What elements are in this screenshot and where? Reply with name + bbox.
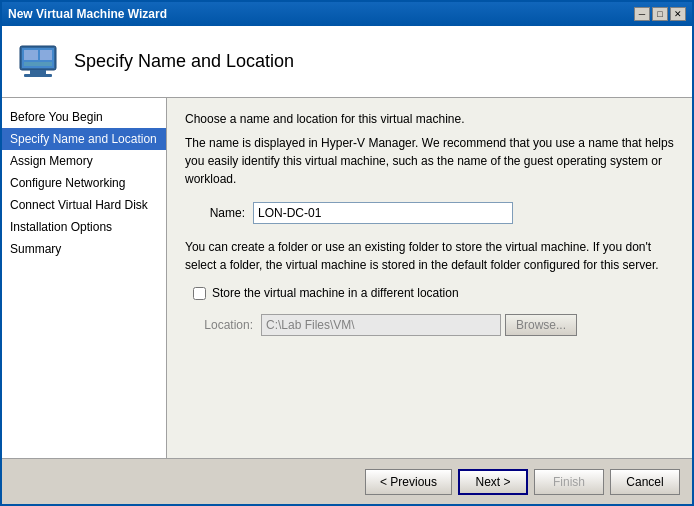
main-description: The name is displayed in Hyper-V Manager… <box>185 134 674 188</box>
svg-rect-6 <box>24 62 52 66</box>
cancel-button[interactable]: Cancel <box>610 469 680 495</box>
sidebar-item-specify-name[interactable]: Specify Name and Location <box>2 128 166 150</box>
sidebar-item-connect-vhd[interactable]: Connect Virtual Hard Disk <box>2 194 166 216</box>
name-label: Name: <box>185 206 245 220</box>
different-location-label: Store the virtual machine in a different… <box>212 286 459 300</box>
name-field-row: Name: <box>185 202 674 224</box>
previous-button[interactable]: < Previous <box>365 469 452 495</box>
sidebar-item-assign-memory[interactable]: Assign Memory <box>2 150 166 172</box>
sidebar-item-summary[interactable]: Summary <box>2 238 166 260</box>
body-area: Before You Begin Specify Name and Locati… <box>2 98 692 458</box>
minimize-button[interactable]: ─ <box>634 7 650 21</box>
location-label: Location: <box>193 318 253 332</box>
different-location-row: Store the virtual machine in a different… <box>193 286 674 300</box>
svg-rect-3 <box>24 74 52 77</box>
footer-area: < Previous Next > Finish Cancel <box>2 458 692 504</box>
svg-rect-4 <box>24 50 38 60</box>
main-content: Choose a name and location for this virt… <box>167 98 692 458</box>
sidebar-item-installation-options[interactable]: Installation Options <box>2 216 166 238</box>
svg-rect-5 <box>40 50 52 60</box>
title-bar-controls: ─ □ ✕ <box>634 7 686 21</box>
browse-button[interactable]: Browse... <box>505 314 577 336</box>
svg-rect-2 <box>30 70 46 74</box>
wizard-icon <box>14 38 62 86</box>
location-input <box>261 314 501 336</box>
header-title: Specify Name and Location <box>74 51 294 72</box>
header-area: Specify Name and Location <box>2 26 692 98</box>
title-bar: New Virtual Machine Wizard ─ □ ✕ <box>2 2 692 26</box>
wizard-window: New Virtual Machine Wizard ─ □ ✕ Specify… <box>0 0 694 506</box>
sidebar-item-configure-networking[interactable]: Configure Networking <box>2 172 166 194</box>
different-location-checkbox[interactable] <box>193 287 206 300</box>
maximize-button[interactable]: □ <box>652 7 668 21</box>
close-button[interactable]: ✕ <box>670 7 686 21</box>
window-title: New Virtual Machine Wizard <box>8 7 167 21</box>
next-button[interactable]: Next > <box>458 469 528 495</box>
sidebar: Before You Begin Specify Name and Locati… <box>2 98 167 458</box>
vm-svg-icon <box>14 38 62 86</box>
main-instruction: Choose a name and location for this virt… <box>185 112 674 126</box>
name-input[interactable] <box>253 202 513 224</box>
folder-description: You can create a folder or use an existi… <box>185 238 674 274</box>
location-row: Location: Browse... <box>193 314 674 336</box>
sidebar-item-before-you-begin[interactable]: Before You Begin <box>2 106 166 128</box>
finish-button[interactable]: Finish <box>534 469 604 495</box>
